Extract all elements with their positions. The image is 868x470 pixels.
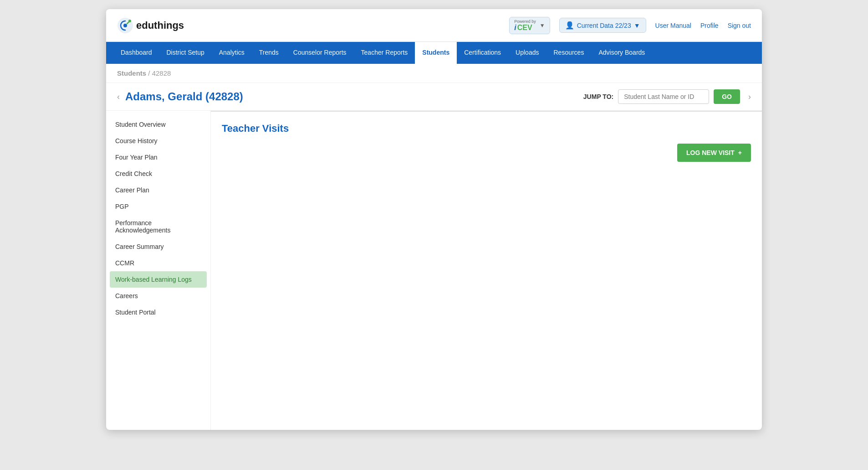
next-arrow-icon[interactable]: › <box>748 92 751 102</box>
jump-to-label: JUMP TO: <box>583 93 613 100</box>
main-panel: Teacher Visits LOG NEW VISIT + <box>211 111 762 430</box>
back-arrow-icon[interactable]: ‹ <box>117 92 120 102</box>
svg-point-1 <box>123 24 127 27</box>
sign-out-link[interactable]: Sign out <box>728 22 751 29</box>
profile-link[interactable]: Profile <box>700 22 719 29</box>
cev-logo-i: i <box>514 24 516 32</box>
log-new-visit-icon: + <box>738 149 742 156</box>
logo-text: eduthings <box>136 20 184 31</box>
nav-item-resources[interactable]: Resources <box>546 42 591 64</box>
breadcrumb-separator: / <box>148 69 152 77</box>
panel-title: Teacher Visits <box>222 123 751 134</box>
sidebar-item-career-summary[interactable]: Career Summary <box>106 238 210 255</box>
sidebar-item-career-plan[interactable]: Career Plan <box>106 182 210 198</box>
sidebar-item-work-based-learning-logs[interactable]: Work-based Learning Logs <box>110 271 207 288</box>
sidebar-item-ccmr[interactable]: CCMR <box>106 255 210 271</box>
main-nav: DashboardDistrict SetupAnalyticsTrendsCo… <box>106 42 762 64</box>
nav-item-district-setup[interactable]: District Setup <box>159 42 212 64</box>
sidebar-item-credit-check[interactable]: Credit Check <box>106 165 210 182</box>
nav-item-trends[interactable]: Trends <box>252 42 286 64</box>
nav-item-students[interactable]: Students <box>415 42 457 64</box>
app-logo[interactable]: eduthings <box>117 17 184 34</box>
svg-point-2 <box>128 20 131 22</box>
sidebar-item-performance-acknowledgements[interactable]: Performance Acknowledgements <box>106 215 210 238</box>
sidebar-item-careers[interactable]: Careers <box>106 288 210 304</box>
cev-logo-text: CEV <box>517 24 532 32</box>
sidebar-item-student-overview[interactable]: Student Overview <box>106 116 210 133</box>
student-name: Adams, Gerald (42828) <box>125 90 583 103</box>
log-new-visit-label: LOG NEW VISIT <box>686 149 735 156</box>
go-button[interactable]: GO <box>714 89 740 104</box>
current-data-selector[interactable]: 👤 Current Data 22/23 ▼ <box>559 18 646 33</box>
nav-item-teacher-reports[interactable]: Teacher Reports <box>354 42 415 64</box>
cev-powered-label: Powered by <box>514 19 536 24</box>
nav-item-certifications[interactable]: Certifications <box>457 42 508 64</box>
user-manual-link[interactable]: User Manual <box>655 22 691 29</box>
breadcrumb: Students / 42828 <box>106 64 762 83</box>
jump-to-input[interactable] <box>618 89 709 104</box>
nav-item-uploads[interactable]: Uploads <box>508 42 546 64</box>
breadcrumb-section[interactable]: Students <box>117 69 146 77</box>
log-new-visit-button[interactable]: LOG NEW VISIT + <box>677 144 751 162</box>
current-data-arrow: ▼ <box>634 22 640 29</box>
nav-item-dashboard[interactable]: Dashboard <box>113 42 159 64</box>
sidebar-item-student-portal[interactable]: Student Portal <box>106 304 210 320</box>
current-data-label: Current Data 22/23 <box>577 22 631 29</box>
nav-item-counselor-reports[interactable]: Counselor Reports <box>286 42 354 64</box>
student-sidebar: Student OverviewCourse HistoryFour Year … <box>106 111 211 430</box>
sidebar-item-four-year-plan[interactable]: Four Year Plan <box>106 149 210 165</box>
cev-badge[interactable]: Powered by i CEV ▼ <box>509 17 550 34</box>
nav-item-advisory-boards[interactable]: Advisory Boards <box>591 42 652 64</box>
nav-item-analytics[interactable]: Analytics <box>212 42 252 64</box>
breadcrumb-id: 42828 <box>152 69 171 77</box>
cev-dropdown-icon: ▼ <box>540 22 545 29</box>
sidebar-item-course-history[interactable]: Course History <box>106 133 210 149</box>
student-header: ‹ Adams, Gerald (42828) JUMP TO: GO › <box>106 83 762 111</box>
sidebar-item-pgp[interactable]: PGP <box>106 198 210 215</box>
